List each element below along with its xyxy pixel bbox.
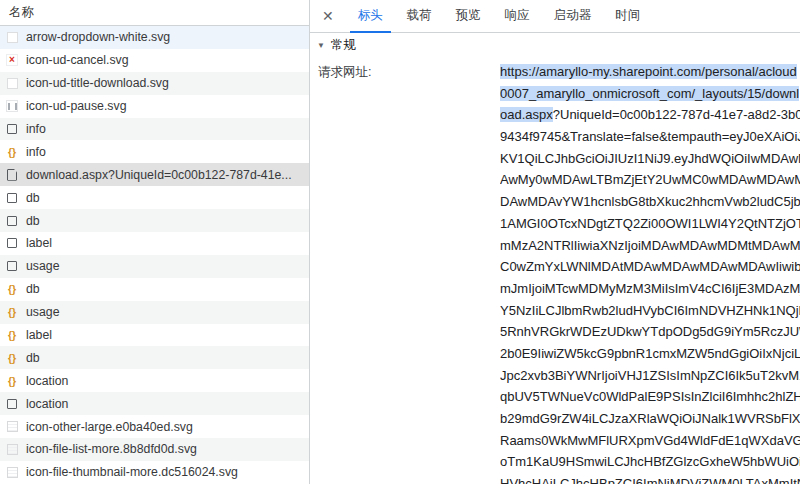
url-text: mMzA2NTRlIiwiaXNzIjoiMDAwMDAwMDMtMDAwM xyxy=(500,238,800,253)
request-url-line: HVhcHAiLCJhcHBpZCI6ImNiMDViZWM0LTAxMmItN xyxy=(500,473,800,484)
request-url-line: Raams0WkMwMFlURXpmVGd4WldFdE1qWXdaVGR xyxy=(500,430,800,452)
image-thumbnail-icon xyxy=(6,443,18,455)
selected-url-text: 0007_amaryllo_onmicrosoft_com/_layouts/1… xyxy=(500,86,799,101)
request-url-line: 9434f9745&Translate=false&tempauth=eyJ0e… xyxy=(500,126,800,148)
request-details-pane: ✕ 标头载荷预览响应启动器时间 ▼ 常规 请求网址: https://amary… xyxy=(310,0,800,484)
document-icon xyxy=(6,123,18,135)
request-url-line: https://amaryllo-my.sharepoint.com/perso… xyxy=(500,61,800,83)
json-braces-icon: {} xyxy=(6,146,18,158)
table-row[interactable]: icon-ud-title-download.svg xyxy=(0,72,309,95)
request-url-label: 请求网址: xyxy=(318,61,500,484)
request-name: label xyxy=(26,328,52,342)
table-row[interactable]: arrow-dropdown-white.svg xyxy=(0,26,309,49)
image-thumbnail-icon xyxy=(6,421,18,433)
cancel-icon: × xyxy=(6,54,18,66)
request-url-row: 请求网址: https://amaryllo-my.sharepoint.com… xyxy=(310,58,800,484)
request-url-line: 5RnhVRGkrWDEzUDkwYTdpODg5dG9iYm5RczJUWlh xyxy=(500,321,800,343)
request-name: icon-ud-pause.svg xyxy=(26,99,126,113)
url-text: KV1QiLCJhbGciOiJIUzI1NiJ9.eyJhdWQiOiIwMD… xyxy=(500,151,800,166)
request-name: arrow-dropdown-white.svg xyxy=(26,30,170,44)
json-braces-icon: {} xyxy=(6,283,18,295)
json-braces-icon: {} xyxy=(6,352,18,364)
document-icon xyxy=(6,398,18,410)
json-braces-icon: {} xyxy=(6,329,18,341)
table-row[interactable]: icon-ud-pause.svg xyxy=(0,95,309,118)
table-row[interactable]: × icon-ud-cancel.svg xyxy=(0,49,309,72)
tab-响应[interactable]: 响应 xyxy=(497,0,538,33)
request-name: db xyxy=(26,351,40,365)
tab-启动器[interactable]: 启动器 xyxy=(546,0,600,33)
request-name: label xyxy=(26,236,52,250)
json-braces-icon: {} xyxy=(6,375,18,387)
request-url-line: qbUV5TWNueVc0WldPalE9PSIsInZlciI6Imhhc2h… xyxy=(500,386,800,408)
request-name: icon-ud-title-download.svg xyxy=(26,76,169,90)
table-row[interactable]: {} usage xyxy=(0,301,309,324)
table-row[interactable]: icon-file-list-more.8b8dfd0d.svg xyxy=(0,438,309,461)
request-url-line: oad.aspx?UniqueId=0c00b122-787d-41e7-a8d… xyxy=(500,104,800,126)
request-name: usage xyxy=(26,305,60,319)
request-url-line: 1AMGI0OTcxNDgtZTQ2Zi00OWI1LWI4Y2QtNTZjOT… xyxy=(500,213,800,235)
request-url-line: mMzA2NTRlIiwiaXNzIjoiMDAwMDAwMDMtMDAwM xyxy=(500,235,800,257)
request-url-line: b29mdG9rZW4iLCJzaXRlaWQiOiJNalk1WVRSbFlX… xyxy=(500,408,800,430)
name-column-header[interactable]: 名称 xyxy=(0,0,309,26)
url-text: oTm1KaU9HSmwiLCJhcHBfZGlzcGxheW5hbWUiOiJ… xyxy=(500,454,800,469)
file-thumbnail-icon xyxy=(6,31,18,43)
url-text: mJmIjoiMTcwMDMyMzM3MiIsImV4cCI6IjE3MDAzM… xyxy=(500,281,800,296)
network-request-list: 名称 arrow-dropdown-white.svg × icon-ud-ca… xyxy=(0,0,310,484)
details-tabs: 标头载荷预览响应启动器时间 xyxy=(346,0,653,33)
table-row[interactable]: download.aspx?UniqueId=0c00b122-787d-41e… xyxy=(0,163,309,186)
table-row[interactable]: info xyxy=(0,118,309,141)
request-name: location xyxy=(26,374,68,388)
tab-载荷[interactable]: 载荷 xyxy=(399,0,440,33)
general-section-header[interactable]: ▼ 常规 xyxy=(310,33,800,58)
document-icon xyxy=(6,192,18,204)
url-text: b29mdG9rZW4iLCJzaXRlaWQiOiJNalk1WVRSbFlX… xyxy=(500,411,800,426)
selected-url-text: oad.aspx xyxy=(500,107,553,122)
request-name: db xyxy=(26,214,40,228)
details-tab-bar: ✕ 标头载荷预览响应启动器时间 xyxy=(310,0,800,33)
request-name: download.aspx?UniqueId=0c00b122-787d-41e… xyxy=(26,168,292,182)
page-icon xyxy=(6,169,18,181)
general-section-title: 常规 xyxy=(331,37,356,54)
request-rows: arrow-dropdown-white.svg × icon-ud-cance… xyxy=(0,26,309,484)
close-icon[interactable]: ✕ xyxy=(322,9,334,23)
table-row[interactable]: icon-other-large.e0ba40ed.svg xyxy=(0,415,309,438)
table-row[interactable]: db xyxy=(0,186,309,209)
devtools-network-panel: 名称 arrow-dropdown-white.svg × icon-ud-ca… xyxy=(0,0,800,484)
table-row[interactable]: icon-file-thumbnail-more.dc516024.svg xyxy=(0,461,309,484)
pause-icon xyxy=(6,100,18,112)
table-row[interactable]: label xyxy=(0,232,309,255)
url-text: 2b0E9IiwiZW5kcG9pbnR1cmxMZW5ndGgiOiIxNjc… xyxy=(500,346,800,361)
request-url-line: oTm1KaU9HSmwiLCJhcHBfZGlzcGxheW5hbWUiOiJ… xyxy=(500,451,800,473)
url-text: Raams0WkMwMFlURXpmVGd4WldFdE1qWXdaVGR xyxy=(500,433,800,448)
table-row[interactable]: {} info xyxy=(0,140,309,163)
url-text: ?UniqueId=0c00b122-787d-41e7-a8d2-3b0 xyxy=(553,107,800,122)
request-name: icon-file-thumbnail-more.dc516024.svg xyxy=(26,465,238,479)
url-text: 5RnhVRGkrWDEzUDkwYTdpODg5dG9iYm5RczJUWlh xyxy=(500,324,800,339)
request-name: db xyxy=(26,191,40,205)
table-row[interactable]: {} db xyxy=(0,278,309,301)
request-url-value[interactable]: https://amaryllo-my.sharepoint.com/perso… xyxy=(500,61,800,484)
url-text: Jpc2xvb3BiYWNrIjoiVHJ1ZSIsImNpZCI6Ik5uT2… xyxy=(500,368,800,383)
request-url-line: Jpc2xvb3BiYWNrIjoiVHJ1ZSIsImNpZCI6Ik5uT2… xyxy=(500,365,800,387)
request-name: location xyxy=(26,397,68,411)
request-name: info xyxy=(26,145,46,159)
document-icon xyxy=(6,237,18,249)
image-thumbnail-icon xyxy=(6,466,18,478)
tab-时间[interactable]: 时间 xyxy=(607,0,648,33)
tab-预览[interactable]: 预览 xyxy=(448,0,489,33)
table-row[interactable]: {} db xyxy=(0,346,309,369)
table-row[interactable]: usage xyxy=(0,255,309,278)
url-text: HVhcHAiLCJhcHBpZCI6ImNiMDViZWM0LTAxMmItN xyxy=(500,476,800,484)
table-row[interactable]: {} label xyxy=(0,324,309,347)
table-row[interactable]: {} location xyxy=(0,369,309,392)
tab-标头[interactable]: 标头 xyxy=(350,0,391,33)
table-row[interactable]: location xyxy=(0,392,309,415)
table-row[interactable]: db xyxy=(0,209,309,232)
document-icon xyxy=(6,260,18,272)
file-thumbnail-icon xyxy=(6,77,18,89)
request-name: icon-file-list-more.8b8dfd0d.svg xyxy=(26,442,197,456)
selected-url-text: https://amaryllo-my.sharepoint.com/perso… xyxy=(500,64,797,79)
url-text: 9434f9745&Translate=false&tempauth=eyJ0e… xyxy=(500,129,800,144)
json-braces-icon: {} xyxy=(6,306,18,318)
